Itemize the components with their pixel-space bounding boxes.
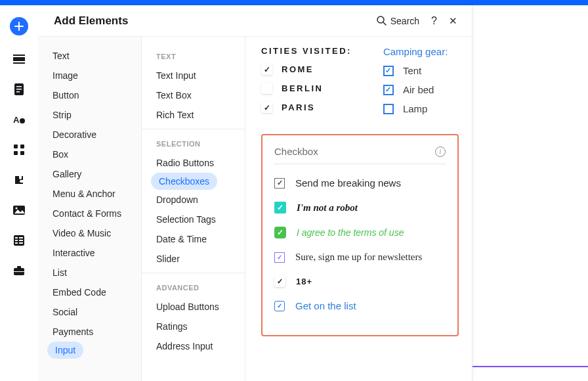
divider [142, 273, 245, 273]
search-icon [377, 16, 387, 26]
checkbox-style-6[interactable]: Get on the list [274, 300, 446, 311]
checkbox-style-2[interactable]: I'm not a robot [274, 202, 446, 213]
category-button[interactable]: Button [38, 85, 141, 105]
checkbox-icon [383, 85, 394, 95]
section-title: Checkbox [274, 146, 318, 157]
checkbox-icon [383, 66, 394, 76]
sub-rich-text[interactable]: Rich Text [142, 105, 245, 125]
plugin-icon[interactable] [12, 173, 26, 187]
theme-icon[interactable]: A [12, 113, 26, 126]
checkbox-label: Tent [403, 65, 421, 76]
page-icon[interactable] [12, 83, 26, 96]
divider [142, 129, 245, 129]
sub-radio-buttons[interactable]: Radio Buttons [142, 153, 245, 173]
sub-checkboxes[interactable]: Checkboxes [151, 173, 217, 190]
category-video-music[interactable]: Video & Music [38, 223, 141, 243]
panel-title: Add Elements [54, 14, 377, 28]
canvas-selection-line [472, 366, 588, 367]
svg-rect-21 [19, 242, 23, 244]
checkbox-icon [274, 202, 286, 213]
search-label: Search [390, 16, 419, 26]
help-button[interactable]: ? [431, 15, 437, 27]
checkbox-style-1[interactable]: Send me breaking news [274, 177, 446, 189]
media-icon[interactable] [12, 204, 26, 217]
category-input[interactable]: Input [47, 342, 83, 359]
panel-header: Add Elements Search ? ✕ [38, 5, 472, 37]
category-menu-anchor[interactable]: Menu & Anchor [38, 184, 141, 204]
subcategory-list: TEXT Text Input Text Box Rich Text SELEC… [142, 37, 245, 381]
category-strip[interactable]: Strip [38, 105, 141, 125]
checkbox-style-4[interactable]: Sure, sign me up for newsletters [274, 252, 446, 263]
search-button[interactable]: Search [377, 16, 419, 26]
svg-rect-0 [13, 57, 25, 61]
checkbox-label: Sure, sign me up for newsletters [295, 252, 422, 263]
add-elements-button[interactable] [10, 17, 28, 35]
data-icon[interactable] [12, 234, 26, 247]
checkbox-icon [261, 83, 272, 94]
info-icon[interactable]: i [435, 146, 446, 157]
svg-point-14 [16, 208, 18, 210]
top-accent-bar [0, 0, 588, 5]
svg-rect-20 [15, 242, 18, 244]
checkbox-label: PARIS [282, 102, 315, 112]
checkbox-icon [274, 301, 285, 311]
checkbox-style-3[interactable]: I agree to the terms of use [274, 227, 446, 238]
svg-rect-9 [14, 145, 18, 148]
svg-rect-4 [16, 86, 22, 87]
category-interactive[interactable]: Interactive [38, 243, 141, 263]
svg-rect-11 [14, 151, 18, 155]
checkbox-label: Send me breaking news [295, 177, 401, 189]
sub-date-time[interactable]: Date & Time [142, 229, 245, 249]
example-camping-gear[interactable]: Camping gear: Tent Air bed Lamp [383, 46, 448, 122]
category-contact-forms[interactable]: Contact & Forms [38, 204, 141, 223]
sub-text-input[interactable]: Text Input [142, 66, 245, 85]
sub-text-box[interactable]: Text Box [142, 85, 245, 105]
checkbox-style-5[interactable]: 18+ [274, 276, 446, 287]
svg-rect-5 [16, 89, 22, 90]
category-text[interactable]: Text [38, 46, 141, 66]
example-cities-visited[interactable]: CITIES VISITED: ROME BERLIN PARIS [261, 46, 352, 122]
svg-rect-2 [13, 62, 25, 64]
svg-rect-16 [15, 237, 18, 238]
checkbox-label: I'm not a robot [297, 202, 358, 213]
svg-rect-12 [20, 151, 24, 155]
svg-rect-18 [15, 240, 18, 241]
svg-rect-10 [20, 145, 24, 148]
svg-text:A: A [13, 115, 20, 125]
checkbox-label: ROME [282, 64, 314, 74]
add-elements-panel: Add Elements Search ? ✕ Text Image Butto… [38, 5, 472, 381]
left-rail: A [0, 5, 38, 381]
example-title: Camping gear: [383, 46, 448, 57]
category-gallery[interactable]: Gallery [38, 164, 141, 184]
category-payments[interactable]: Payments [38, 322, 141, 342]
category-list-widget[interactable]: List [38, 263, 141, 282]
sub-slider[interactable]: Slider [142, 249, 245, 269]
category-list: Text Image Button Strip Decorative Box G… [38, 37, 142, 381]
category-social[interactable]: Social [38, 302, 141, 322]
checkbox-icon [274, 276, 285, 287]
svg-point-8 [20, 118, 25, 123]
group-header-text: TEXT [142, 46, 245, 66]
close-button[interactable]: ✕ [449, 15, 457, 27]
checkbox-label: Air bed [403, 84, 434, 95]
checkbox-label: 18+ [296, 277, 312, 286]
section-background-icon[interactable] [12, 53, 26, 66]
svg-line-26 [383, 22, 386, 25]
business-icon[interactable] [12, 264, 26, 277]
svg-rect-23 [17, 266, 21, 269]
checkbox-icon [261, 102, 272, 113]
sub-selection-tags[interactable]: Selection Tags [142, 210, 245, 229]
svg-rect-19 [19, 240, 23, 241]
group-header-advanced: ADVANCED [142, 277, 245, 297]
sub-address-input[interactable]: Address Input [142, 336, 245, 356]
sub-upload-buttons[interactable]: Upload Buttons [142, 297, 245, 317]
sub-dropdown[interactable]: Dropdown [142, 190, 245, 210]
checkbox-styles-section: Checkbox i Send me breaking news I'm not… [261, 134, 459, 336]
category-embed-code[interactable]: Embed Code [38, 282, 141, 302]
checkbox-label: I agree to the terms of use [297, 227, 404, 238]
category-image[interactable]: Image [38, 66, 141, 85]
category-decorative[interactable]: Decorative [38, 125, 141, 145]
sub-ratings[interactable]: Ratings [142, 317, 245, 336]
category-box[interactable]: Box [38, 145, 141, 164]
apps-grid-icon[interactable] [12, 143, 26, 156]
